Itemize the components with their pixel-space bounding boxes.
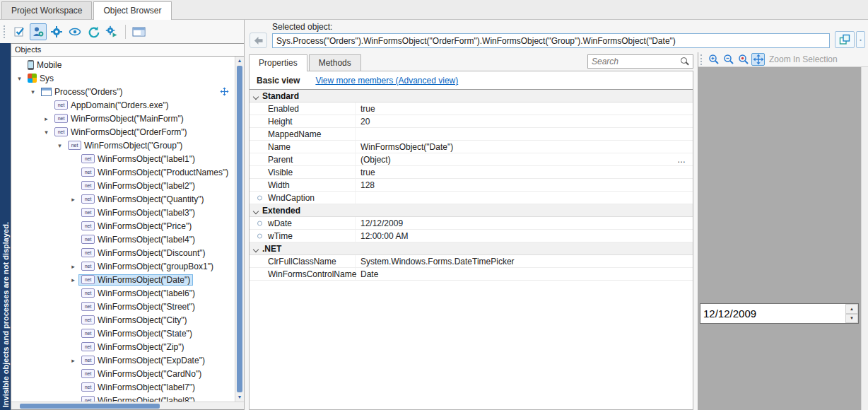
collapse-icon[interactable]: ▾ bbox=[41, 129, 52, 136]
property-row[interactable]: wDate12/12/2009 bbox=[250, 217, 693, 230]
zoom-out-button[interactable] bbox=[722, 53, 735, 66]
ellipsis-button[interactable]: … bbox=[674, 155, 693, 165]
expand-icon[interactable]: ▸ bbox=[68, 276, 78, 283]
panel-options-button[interactable]: ▪ bbox=[856, 31, 865, 48]
scroll-down-icon[interactable]: ▼ bbox=[235, 393, 244, 402]
tree-item[interactable]: netWinFormsObject("Discount") bbox=[11, 246, 235, 259]
tree-item[interactable]: netWinFormsObject("Price") bbox=[11, 219, 235, 233]
collapse-group-icon[interactable] bbox=[254, 91, 262, 101]
property-group-name: Extended bbox=[262, 206, 300, 216]
expand-icon[interactable]: ▸ bbox=[68, 196, 78, 203]
property-group-header[interactable]: .NET bbox=[250, 242, 693, 255]
scroll-up-icon[interactable]: ▲ bbox=[235, 57, 244, 65]
selected-object-input[interactable] bbox=[272, 33, 830, 48]
tree-item[interactable]: ▸netWinFormsObject("MainForm") bbox=[11, 112, 235, 125]
tree-item[interactable]: netWinFormsObject("label2") bbox=[11, 179, 235, 192]
collapse-group-icon[interactable] bbox=[254, 206, 262, 216]
tree-item[interactable]: netWinFormsObject("label3") bbox=[11, 206, 235, 219]
tree-item[interactable]: ▾Process("Orders") bbox=[11, 85, 235, 98]
property-row[interactable]: ClrFullClassNameSystem.Windows.Forms.Dat… bbox=[250, 255, 693, 268]
panel-button[interactable] bbox=[131, 23, 148, 40]
toolbar-drag-handle[interactable] bbox=[700, 54, 703, 65]
tree-item[interactable]: ▾Sys bbox=[11, 71, 235, 85]
tab-properties[interactable]: Properties bbox=[249, 54, 307, 71]
tree-item[interactable]: netWinFormsObject("label1") bbox=[11, 152, 235, 165]
hscrollbar-thumb[interactable] bbox=[20, 404, 160, 409]
tree-item[interactable]: netWinFormsObject("label7") bbox=[11, 380, 235, 394]
copy-object-name-button[interactable] bbox=[835, 31, 855, 48]
property-row[interactable]: MappedName bbox=[250, 128, 693, 141]
advanced-view-link[interactable]: View more members (Advanced view) bbox=[315, 76, 458, 86]
object-spy-button[interactable] bbox=[30, 23, 47, 40]
zoom-restore-button[interactable] bbox=[737, 53, 750, 66]
toolbar-separator bbox=[125, 25, 126, 39]
property-row[interactable]: wTime12:00:00 AM bbox=[250, 230, 693, 242]
search-input[interactable] bbox=[592, 57, 681, 66]
tab-object-browser[interactable]: Object Browser bbox=[93, 1, 171, 20]
tab-project-workspace[interactable]: Project Workspace bbox=[1, 1, 92, 19]
zoom-mode-label: Zoom In Selection bbox=[769, 54, 838, 64]
tree-item[interactable]: netWinFormsObject("label8") bbox=[11, 394, 235, 402]
tree-horizontal-scrollbar[interactable] bbox=[11, 402, 244, 409]
tab-methods[interactable]: Methods bbox=[309, 54, 361, 71]
gear-button[interactable] bbox=[48, 23, 65, 40]
move-selection-icon[interactable] bbox=[220, 87, 229, 96]
back-button[interactable] bbox=[250, 33, 267, 48]
tree-item[interactable]: ▾netWinFormsObject("OrderForm") bbox=[11, 125, 235, 139]
collapse-group-icon[interactable] bbox=[254, 244, 262, 254]
gear-run-button[interactable] bbox=[103, 23, 120, 40]
tree-item[interactable]: ▸netWinFormsObject("ExpDate") bbox=[11, 353, 235, 367]
toolbar-drag-handle[interactable] bbox=[4, 25, 7, 38]
property-value: 20 bbox=[356, 115, 693, 127]
tree-item[interactable]: netWinFormsObject("Street") bbox=[11, 300, 235, 313]
tree-item[interactable]: ▸netWinFormsObject("Date") bbox=[11, 273, 235, 286]
zoom-in-button[interactable] bbox=[707, 53, 720, 66]
object-spy-icon bbox=[32, 25, 45, 38]
collapse-icon[interactable]: ▾ bbox=[28, 88, 38, 95]
tree-item[interactable]: ▾netWinFormsObject("Group") bbox=[11, 139, 235, 152]
tree-item[interactable]: netWinFormsObject("CardNo") bbox=[11, 367, 235, 380]
property-row[interactable]: Visibletrue bbox=[250, 166, 693, 179]
property-name-cell: Name bbox=[250, 141, 356, 153]
tree-item[interactable]: netWinFormsObject("label4") bbox=[11, 233, 235, 246]
tree-node-content: netWinFormsObject("City") bbox=[78, 315, 190, 326]
property-name: Visible bbox=[268, 168, 293, 177]
property-row[interactable]: WinFormsControlNameDate bbox=[250, 268, 693, 281]
tree-item[interactable]: ▸netWinFormsObject("groupBox1") bbox=[11, 259, 235, 273]
panel-icon bbox=[132, 26, 146, 37]
tree-item[interactable]: netWinFormsObject("State") bbox=[11, 327, 235, 340]
property-row[interactable]: WndCaption bbox=[250, 192, 693, 204]
net-icon: net bbox=[81, 356, 95, 365]
expand-icon[interactable]: ▸ bbox=[41, 115, 52, 122]
tree-item[interactable]: ▸netWinFormsObject("Quantity") bbox=[11, 192, 235, 206]
property-row[interactable]: Parent(Object)… bbox=[250, 153, 693, 166]
spin-down-icon[interactable]: ▼ bbox=[845, 314, 858, 324]
property-group-header[interactable]: Standard bbox=[250, 90, 693, 102]
spin-up-icon[interactable]: ▲ bbox=[845, 304, 858, 314]
tree-item[interactable]: netWinFormsObject("Zip") bbox=[11, 340, 235, 353]
tree-item[interactable]: netAppDomain("Orders.exe") bbox=[11, 98, 235, 112]
property-row[interactable]: Width128 bbox=[250, 179, 693, 192]
tree-item[interactable]: netWinFormsObject("label6") bbox=[11, 286, 235, 300]
preview-vertical-scrollbar[interactable] bbox=[861, 67, 868, 410]
property-row[interactable]: Enabledtrue bbox=[250, 102, 693, 115]
collapse-icon[interactable]: ▾ bbox=[14, 75, 25, 82]
tree-item[interactable]: netWinFormsObject("ProductNames") bbox=[11, 165, 235, 179]
tree-item[interactable]: netWinFormsObject("City") bbox=[11, 313, 235, 327]
expand-icon[interactable]: ▸ bbox=[68, 263, 78, 270]
collapse-icon[interactable]: ▾ bbox=[54, 142, 65, 149]
zoom-selection-button[interactable] bbox=[751, 53, 765, 66]
tree-item[interactable]: Mobile bbox=[11, 58, 235, 71]
datetimepicker-preview[interactable]: 12/12/2009 ▲ ▼ bbox=[700, 303, 859, 324]
refresh-button[interactable] bbox=[85, 23, 102, 40]
expand-icon[interactable]: ▸ bbox=[68, 357, 78, 364]
property-name: wTime bbox=[268, 231, 293, 241]
property-row[interactable]: NameWinFormsObject("Date") bbox=[250, 141, 693, 153]
checklist-button[interactable] bbox=[11, 23, 28, 40]
tree-vertical-scrollbar[interactable]: ▲ ▼ bbox=[235, 57, 244, 402]
datetimepicker-value: 12/12/2009 bbox=[700, 304, 845, 323]
eye-button[interactable] bbox=[66, 23, 83, 40]
property-group-header[interactable]: Extended bbox=[250, 204, 693, 217]
scrollbar-thumb[interactable] bbox=[237, 66, 242, 392]
property-row[interactable]: Height20 bbox=[250, 115, 693, 128]
